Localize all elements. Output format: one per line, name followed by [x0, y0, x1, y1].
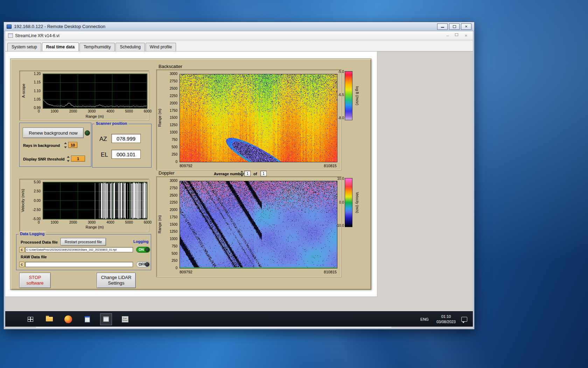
backscatter-colorbar-gradient [345, 71, 352, 120]
raw-logging-toggle[interactable]: OFF [136, 261, 150, 267]
file-explorer-icon[interactable] [43, 313, 55, 325]
stop-software-button[interactable]: STOP software [19, 273, 51, 288]
data-logging-cluster: Data Logging Processed Data file Restart… [16, 234, 151, 270]
tick-label: 0 [175, 160, 177, 164]
tab-system-setup[interactable]: System setup [7, 43, 41, 51]
change-button-line2: Settings [108, 280, 125, 286]
renew-status-led [85, 130, 90, 136]
action-center-icon[interactable] [461, 317, 467, 322]
main-panel: A-scope 1.201.151.101.050.99 01000200030… [10, 59, 371, 290]
velocity-y-axis-label: Velocity (m/s) [20, 182, 25, 219]
tick-label: 500 [172, 252, 177, 255]
tick-label: 2750 [170, 79, 177, 83]
backscatter-colorbar-label: log B (/m/sr) [355, 71, 359, 120]
tick-label: 2250 [170, 200, 177, 204]
backscatter-title: Backscatter [159, 64, 182, 69]
tab-temp-humidity[interactable]: Temp/humidity [79, 43, 115, 51]
tick-label: 1250 [170, 123, 177, 127]
app-maximize-button[interactable] [455, 33, 458, 36]
tick-label: 0 [175, 266, 177, 270]
toggle-on-label: ON [139, 248, 144, 252]
document-app-icon[interactable] [81, 313, 93, 325]
rdp-window-controls: × [437, 23, 471, 30]
tick-label: 4000 [106, 109, 114, 113]
task-view-icon[interactable] [24, 313, 36, 325]
raw-path-input[interactable] [25, 262, 133, 267]
backscatter-heatmap [180, 74, 337, 162]
app-window-controls: – × [446, 33, 470, 38]
az-label: AZ [99, 136, 107, 143]
scanner-position-cluster: Scanner position AZ 078.999 EL 000.101 [92, 124, 152, 168]
backscatter-x-end: 810815 [324, 164, 337, 168]
processed-logging-toggle[interactable]: ON [136, 247, 150, 253]
tick-label: 250 [172, 259, 177, 263]
tick-label: 1000 [51, 109, 58, 113]
raw-path-row: C [19, 262, 133, 267]
average-number-input[interactable]: 1 [244, 171, 251, 176]
tick-label: 6000 [144, 109, 152, 113]
folder-glyph [46, 317, 53, 321]
rays-spinner[interactable] [64, 142, 67, 148]
snr-threshold-label: Display SNR threshold [23, 157, 65, 161]
maximize-icon [453, 25, 456, 28]
rdp-maximize-button[interactable] [449, 23, 460, 30]
doppler-colorbar: 10.0 0.0 -10.0 Velocity (m/s) [334, 178, 370, 231]
velocity-plot [43, 182, 147, 219]
tick-label: 250 [172, 152, 177, 156]
front-panel: A-scope 1.201.151.101.050.99 01000200030… [5, 52, 377, 297]
tick-label: 1750 [170, 109, 177, 113]
taskbar-clock[interactable]: 01:10 03/08/2023 [436, 314, 456, 325]
firefox-glyph [64, 315, 72, 323]
rdp-close-button[interactable]: × [461, 23, 471, 30]
tick-label: 1.10 [34, 89, 41, 93]
tick-label: 500 [172, 145, 177, 149]
colorbar-tick: -8.0 [334, 116, 344, 120]
snr-value-input[interactable]: 1 [71, 156, 85, 162]
tick-label: 3000 [88, 109, 96, 113]
tick-label: 4000 [106, 220, 114, 224]
tick-label: -2.50 [33, 208, 41, 212]
language-indicator[interactable]: ENG [418, 316, 431, 323]
tick-label: 2750 [170, 186, 177, 190]
tab-wind-profile[interactable]: Wind profile [146, 43, 176, 51]
app-close-button[interactable]: × [464, 33, 467, 38]
document-glyph [85, 316, 90, 322]
renew-background-button[interactable]: Renew background now [23, 128, 84, 138]
of-label: of [253, 172, 257, 176]
tick-label: 5.00 [34, 180, 41, 184]
firefox-icon[interactable] [62, 313, 74, 325]
tab-scheduling[interactable]: Scheduling [115, 43, 145, 51]
colorbar-tick: 10.0 [334, 177, 344, 180]
tick-label: 2000 [170, 101, 177, 105]
streamline-app-icon[interactable] [100, 313, 112, 325]
snr-spinner[interactable] [66, 156, 70, 162]
clock-time: 01:10 [436, 314, 456, 319]
tab-real-time-data[interactable]: Real time data [42, 42, 79, 51]
doppler-x-start: 809792 [180, 270, 192, 274]
app-minimize-button[interactable]: – [446, 33, 449, 38]
scan-scheduler-icon[interactable]: Scan Sched [119, 313, 131, 325]
average-number-spinner[interactable] [240, 171, 244, 177]
rdp-minimize-button[interactable] [437, 23, 448, 30]
restart-processed-file-button[interactable]: Restart processed file [61, 238, 106, 246]
change-lidar-settings-button[interactable]: Change LiDAR Settings [97, 273, 136, 288]
velocity-x-axis-label: Range (m) [43, 225, 147, 229]
backscatter-y-axis-label: Range (m) [157, 74, 162, 162]
raw-path-browse-button[interactable]: C [19, 262, 24, 267]
taskbar: Scan Sched ENG 01:10 03/08/2023 [5, 311, 473, 327]
colorbar-tick: -6.5 [334, 93, 344, 97]
app-titlebar[interactable]: StreamLine XR v14-6.vi – × [5, 31, 473, 40]
rdp-titlebar[interactable]: 192.168.0.122 - Remote Desktop Connectio… [4, 22, 474, 31]
remote-desktop-area: StreamLine XR v14-6.vi – × System setupR… [5, 31, 473, 328]
rays-value-input[interactable]: 10 [68, 142, 77, 148]
az-indicator: 078.999 [111, 134, 141, 143]
el-indicator: 000.101 [111, 150, 141, 159]
colorbar-tick: -10.0 [334, 224, 344, 227]
toggle-knob [145, 262, 149, 267]
backscatter-x-start: 809792 [180, 164, 192, 168]
scan-scheduler-glyph: Scan Sched [122, 316, 128, 322]
tick-label: 0 [38, 109, 40, 113]
tick-label: 1.05 [34, 97, 41, 101]
processed-path-browse-button[interactable]: C [19, 247, 24, 252]
processed-path-input[interactable]: C:\Lidar\Data\Proc\2023\202308\20230803\… [25, 247, 133, 252]
